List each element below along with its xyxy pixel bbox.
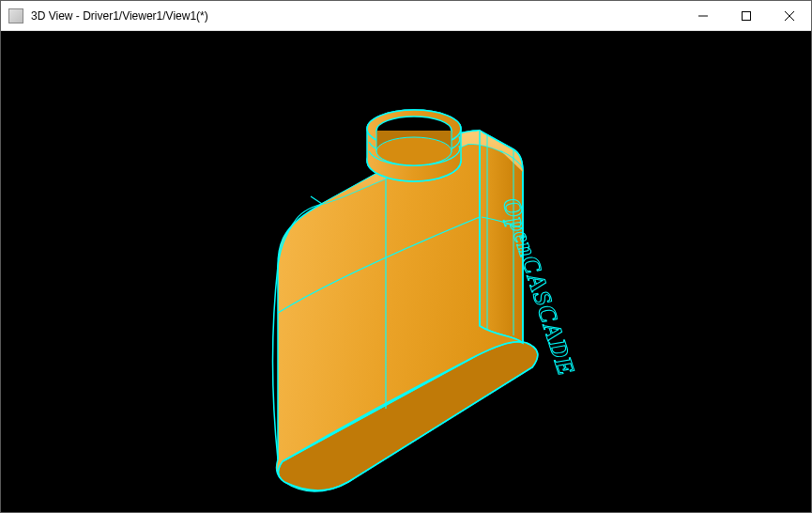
viewport-3d[interactable]: OpenCASCADE — [1, 31, 811, 512]
close-button[interactable] — [768, 1, 811, 31]
minimize-button[interactable] — [682, 1, 725, 31]
model-bottle: OpenCASCADE — [1, 31, 811, 512]
app-icon — [8, 8, 23, 23]
maximize-icon — [742, 11, 751, 21]
app-window: 3D View - Driver1/Viewer1/View1(*) — [0, 0, 812, 513]
window-title: 3D View - Driver1/Viewer1/View1(*) — [31, 9, 208, 23]
maximize-button[interactable] — [725, 1, 768, 31]
close-icon — [785, 11, 794, 21]
minimize-icon — [698, 11, 708, 21]
neck-inner-bottom — [376, 137, 452, 165]
titlebar: 3D View - Driver1/Viewer1/View1(*) — [1, 1, 811, 31]
edge-shoulder-1 — [311, 196, 322, 204]
svg-rect-0 — [743, 11, 751, 20]
